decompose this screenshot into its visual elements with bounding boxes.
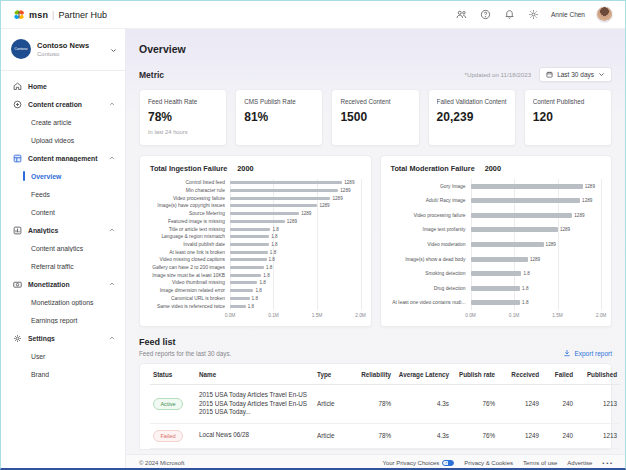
bar-value-label: 1289	[332, 196, 342, 201]
column-header-average-latency: Average Latency	[394, 364, 452, 385]
sidebar-item-analytics[interactable]: Analytics	[1, 221, 125, 239]
sidebar-item-label: Analytics	[28, 227, 103, 234]
chevron-up-icon	[109, 227, 115, 234]
gear-icon[interactable]	[527, 8, 540, 21]
sidebar-item-monetization-options[interactable]: Monetization options	[1, 293, 125, 311]
column-header-status: Status	[150, 364, 196, 385]
sidebar-item-label: Content creation	[28, 101, 103, 108]
sidebar-divider	[1, 70, 125, 71]
cell: 1213	[576, 385, 620, 424]
org-switcher[interactable]: Contoso Contoso News Contoso	[1, 29, 125, 68]
bar	[230, 235, 269, 238]
org-logo: Contoso	[11, 39, 31, 59]
chevron-up-icon	[109, 281, 115, 288]
sidebar-item-feeds[interactable]: Feeds	[1, 185, 125, 203]
bar-category-label: Image(s) have copyright issues	[150, 202, 225, 210]
bar-row: 1289	[230, 187, 361, 195]
bar-category-label: Smoking detection	[391, 266, 466, 281]
updated-timestamp: *Updated on 11/18/2023	[465, 71, 532, 78]
top-bar: msn | Partner Hub Annie Chen	[1, 1, 625, 29]
bar	[230, 181, 342, 184]
people-icon[interactable]	[455, 8, 468, 21]
monetization-icon	[13, 280, 22, 289]
metric-card-content-published: Content Published120	[524, 89, 612, 146]
bar-value-label: 1.8	[270, 250, 276, 255]
sidebar-item-earnings-report[interactable]: Earnings report	[1, 311, 125, 329]
sidebar-item-label: Content	[31, 209, 115, 216]
bar-value-label: 1.8	[263, 273, 269, 278]
calendar-icon	[546, 71, 553, 78]
sidebar-item-content-creation[interactable]: Content creation	[1, 95, 125, 113]
footer-link-terms-of-use[interactable]: Terms of use	[523, 460, 557, 466]
export-report-button[interactable]: Export report	[563, 349, 612, 357]
column-header-type: Type	[314, 364, 350, 385]
bar	[471, 286, 521, 291]
metric-value: 1500	[340, 110, 410, 124]
bell-icon[interactable]	[503, 8, 516, 21]
sidebar-item-label: User	[31, 353, 115, 360]
bar-category-label: Video processing failure	[150, 194, 225, 202]
feed-list-subtitle: Feed reports for the last 30 days.	[139, 350, 231, 357]
sidebar-item-content-management[interactable]: Content management	[1, 149, 125, 167]
page-title: Overview	[139, 43, 612, 55]
sidebar-item-label: Monetization	[28, 281, 103, 288]
footer-link-privacy-cookies[interactable]: Privacy & Cookies	[464, 460, 513, 466]
footer-link-your-privacy-choices[interactable]: Your Privacy Choices	[382, 460, 454, 466]
sidebar-item-home[interactable]: Home	[1, 77, 125, 95]
sidebar-item-label: Content management	[28, 155, 103, 162]
metric-card-feed-health-rate: Feed Health Rate78%In last 24 hours	[139, 89, 227, 146]
sidebar-item-referral-traffic[interactable]: Referral traffic	[1, 257, 125, 275]
sidebar-item-label: Home	[28, 83, 115, 90]
bar-row: 1289	[230, 218, 361, 226]
metric-label: Received Content	[340, 98, 410, 105]
metric-section-title: Metric	[139, 70, 164, 80]
metric-card-received-content: Received Content1500	[331, 89, 419, 146]
bar	[230, 228, 270, 231]
sidebar-item-label: Create article	[31, 119, 115, 126]
sidebar-item-overview[interactable]: Overview	[1, 167, 125, 185]
metric-label: Feed Health Rate	[148, 98, 218, 105]
footer-link-[interactable]: • • •	[602, 460, 612, 466]
cell: 78%	[350, 423, 394, 448]
bar-value-label: 1.8	[252, 296, 258, 301]
bar-category-label: Language & region mismatch	[150, 233, 225, 241]
chevron-up-icon	[109, 155, 115, 162]
sidebar-item-create-article[interactable]: Create article	[1, 113, 125, 131]
bar-row: 1.8	[471, 296, 602, 311]
sidebar-item-monetization[interactable]: Monetization	[1, 275, 125, 293]
chart-total-moderation-failure: Total Moderation Failure 2000 Gory Image…	[380, 155, 613, 327]
bar-category-label: Invalid publish date	[150, 241, 225, 249]
help-icon[interactable]	[479, 8, 492, 21]
bar-row: 1.8	[471, 266, 602, 281]
bar	[471, 213, 573, 218]
date-range-label: Last 30 days	[557, 71, 594, 78]
table-row[interactable]: FailedLocal News 06/28Article78%4.3s76%1…	[150, 423, 620, 448]
metric-cards: Feed Health Rate78%In last 24 hoursCMS P…	[139, 89, 612, 146]
bar-plot-area: 1289128912891289128912891.81.81.8	[471, 179, 602, 310]
metric-card-failed-validation-content: Failed Validation Content20,239	[428, 89, 516, 146]
bar	[471, 198, 581, 203]
sidebar-item-brand[interactable]: Brand	[1, 365, 125, 383]
date-range-dropdown[interactable]: Last 30 days	[539, 67, 612, 82]
sidebar-item-content-analytics[interactable]: Content analytics	[1, 239, 125, 257]
cell: 78%	[350, 385, 394, 424]
bar	[230, 289, 253, 292]
bar	[230, 204, 317, 207]
sidebar-item-settings[interactable]: Settings	[1, 329, 125, 347]
bar-category-label: Video processing failure	[391, 208, 466, 223]
cell: 240	[542, 423, 576, 448]
analytics-icon	[13, 226, 22, 235]
sidebar-item-user[interactable]: User	[1, 347, 125, 365]
column-header-received: Received	[498, 364, 542, 385]
sidebar-item-content[interactable]: Content	[1, 203, 125, 221]
brand-separator: |	[52, 10, 54, 20]
msn-brand[interactable]: msn | Partner Hub	[13, 9, 107, 21]
sidebar-item-upload-videos[interactable]: Upload videos	[1, 131, 125, 149]
charts-row: Total Ingestion Failure 2000 Control lis…	[139, 155, 612, 327]
bar-row: 1.8	[230, 256, 361, 264]
feed-table: StatusNameTypeReliabilityAverage Latency…	[139, 363, 612, 450]
table-row[interactable]: Active2015 USA Today Articles Travel En-…	[150, 385, 620, 424]
footer-link-advertise[interactable]: Advertise	[567, 460, 592, 466]
user-avatar[interactable]	[596, 6, 613, 23]
metric-value: 120	[533, 110, 603, 124]
